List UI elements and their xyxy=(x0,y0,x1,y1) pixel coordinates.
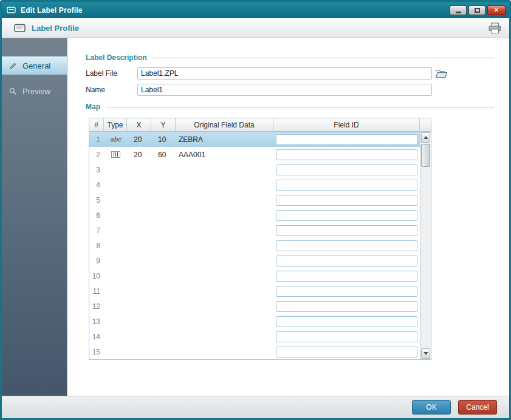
row-number: 7 xyxy=(89,226,104,235)
name-input[interactable] xyxy=(137,84,432,96)
row-number: 4 xyxy=(89,181,104,189)
column-header-field-id[interactable]: Field ID xyxy=(273,118,420,131)
close-button[interactable]: ✕ xyxy=(487,5,506,15)
table-row[interactable]: 13 xyxy=(89,314,420,329)
label-description-form: Label File Name xyxy=(86,67,494,96)
column-header-spacer xyxy=(420,118,431,131)
field-id-input[interactable] xyxy=(276,316,417,327)
label-profile-icon xyxy=(14,23,26,33)
row-number: 15 xyxy=(89,348,104,356)
row-original-data: ZEBRA xyxy=(176,135,273,144)
sidebar: General Preview xyxy=(2,38,67,396)
arrow-up-icon xyxy=(424,136,428,139)
map-table: # Type X Y Original Field Data Field ID … xyxy=(89,118,431,360)
text-type-icon: abc xyxy=(110,137,121,143)
cancel-button[interactable]: Cancel xyxy=(458,400,497,415)
title-bar[interactable]: Edit Label Profile ✕ xyxy=(2,2,509,18)
table-row[interactable]: 3 xyxy=(89,162,420,177)
scroll-up-button[interactable] xyxy=(421,132,430,143)
table-row[interactable]: 8 xyxy=(89,238,420,253)
field-id-input[interactable] xyxy=(276,225,417,236)
field-id-input[interactable] xyxy=(276,180,417,191)
row-number: 14 xyxy=(89,333,104,341)
section-divider xyxy=(106,107,494,107)
table-row[interactable]: 9 xyxy=(89,253,420,268)
sidebar-item-preview[interactable]: Preview xyxy=(2,82,67,100)
name-label: Name xyxy=(86,86,137,94)
field-id-input[interactable] xyxy=(276,331,417,342)
column-header-num[interactable]: # xyxy=(89,118,104,131)
row-x: 20 xyxy=(127,135,151,144)
section-title: Map xyxy=(86,103,100,111)
column-header-x[interactable]: X xyxy=(127,118,151,131)
field-id-input[interactable] xyxy=(276,256,417,266)
column-header-original[interactable]: Original Field Data xyxy=(176,118,273,131)
table-row[interactable]: 2 20 60 AAA001 xyxy=(89,147,420,162)
table-row[interactable]: 5 xyxy=(89,192,420,208)
field-id-input[interactable] xyxy=(276,271,417,282)
sidebar-item-label: Preview xyxy=(22,87,50,96)
minimize-button[interactable] xyxy=(450,5,467,15)
field-id-input[interactable] xyxy=(276,149,417,160)
maximize-button[interactable] xyxy=(468,5,485,15)
table-row[interactable]: 7 xyxy=(89,223,420,238)
row-number: 11 xyxy=(89,287,104,296)
magnifier-icon xyxy=(9,87,18,95)
maximize-icon xyxy=(475,8,480,13)
dialog-icon xyxy=(7,6,16,14)
row-original-data: AAA001 xyxy=(176,151,273,159)
row-y: 10 xyxy=(151,135,176,144)
label-file-row: Label File xyxy=(86,67,494,80)
row-number: 10 xyxy=(89,272,104,280)
column-header-y[interactable]: Y xyxy=(151,118,176,131)
sidebar-item-general[interactable]: General xyxy=(2,56,67,75)
column-header-type[interactable]: Type xyxy=(104,118,127,131)
field-id-input[interactable] xyxy=(276,240,417,251)
row-number: 5 xyxy=(89,196,104,205)
table-row[interactable]: 15 xyxy=(89,344,420,359)
row-type: abc xyxy=(104,137,127,143)
window-controls: ✕ xyxy=(450,5,506,15)
table-row[interactable]: 4 xyxy=(89,177,420,192)
printer-icon[interactable] xyxy=(488,22,502,34)
arrow-down-icon xyxy=(424,352,428,355)
dialog-body: General Preview Label Description Label … xyxy=(2,38,509,396)
header-title: Label Profile xyxy=(32,24,79,33)
barcode-type-icon xyxy=(111,151,120,158)
dialog-title: Edit Label Profile xyxy=(21,6,83,15)
ok-button[interactable]: OK xyxy=(412,400,451,415)
edit-label-profile-dialog: Edit Label Profile ✕ Label Profile Gener… xyxy=(0,0,511,420)
row-type xyxy=(104,151,127,158)
field-id-input[interactable] xyxy=(276,301,417,312)
row-number: 1 xyxy=(89,135,104,144)
field-id-input[interactable] xyxy=(276,195,417,206)
row-number: 8 xyxy=(89,242,104,250)
table-row[interactable]: 6 xyxy=(89,208,420,223)
field-id-input[interactable] xyxy=(276,347,417,357)
section-title: Label Description xyxy=(86,53,147,62)
label-file-input[interactable] xyxy=(137,67,432,80)
field-id-input[interactable] xyxy=(276,164,417,175)
row-number: 12 xyxy=(89,302,104,311)
row-x: 20 xyxy=(127,151,151,159)
table-row[interactable]: 1 abc 20 10 ZEBRA xyxy=(89,132,420,147)
pencil-icon xyxy=(9,62,18,70)
scrollbar-thumb[interactable] xyxy=(421,144,430,167)
open-file-icon[interactable] xyxy=(435,69,448,79)
field-id-input[interactable] xyxy=(276,286,417,297)
map-table-header: # Type X Y Original Field Data Field ID xyxy=(89,118,431,132)
sidebar-item-label: General xyxy=(22,61,50,70)
table-row[interactable]: 14 xyxy=(89,329,420,344)
row-number: 13 xyxy=(89,317,104,326)
field-id-input[interactable] xyxy=(276,134,417,145)
vertical-scrollbar[interactable] xyxy=(420,132,431,359)
scroll-down-button[interactable] xyxy=(421,348,430,359)
minimize-icon xyxy=(456,12,461,13)
table-row[interactable]: 12 xyxy=(89,299,420,314)
table-row[interactable]: 11 xyxy=(89,283,420,299)
row-number: 6 xyxy=(89,211,104,220)
table-row[interactable]: 10 xyxy=(89,268,420,283)
field-id-input[interactable] xyxy=(276,210,417,221)
footer-bar: OK Cancel xyxy=(2,396,509,418)
content-panel: Label Description Label File Name Map xyxy=(67,38,509,396)
